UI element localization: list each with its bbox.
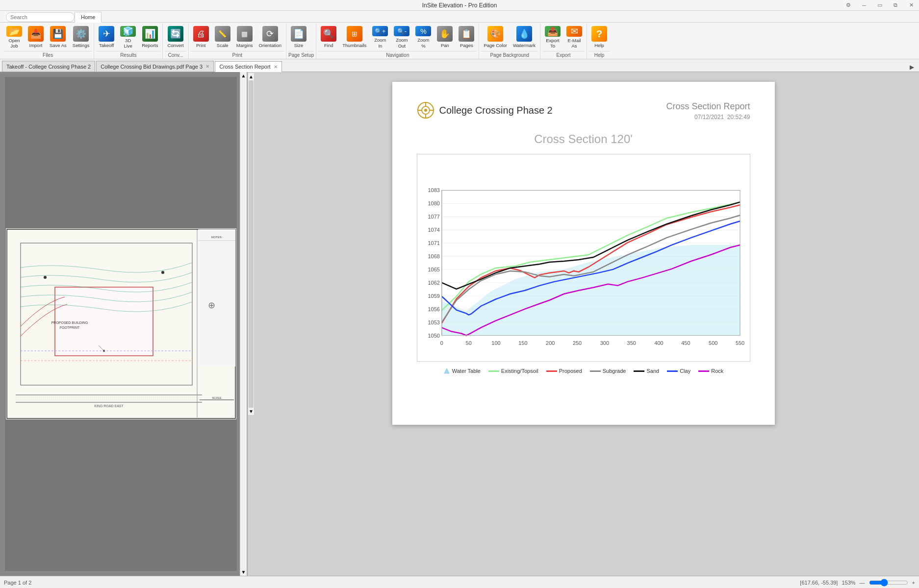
tab-pdf[interactable]: College Crossing Bid Drawings.pdf Page 3… <box>96 61 214 72</box>
scale-button[interactable]: 📏 Scale <box>212 24 233 50</box>
search-input[interactable] <box>6 12 75 22</box>
ribbon-group-results: ✈ Takeoff 🧊 3DLive 📊 Reports Results <box>94 24 163 59</box>
legend-clay: Clay <box>667 368 690 374</box>
left-panel-scrollbar[interactable]: ▲ ▼ <box>240 72 247 576</box>
tab-pdf-label: College Crossing Bid Drawings.pdf Page 3 <box>101 64 203 70</box>
export-to-button[interactable]: 📤 ExportTo <box>542 24 563 50</box>
settings-btn[interactable]: ⚙ <box>841 0 856 11</box>
scroll-down-btn[interactable]: ▼ <box>241 569 246 575</box>
save-as-button[interactable]: 💾 Save As <box>47 24 69 50</box>
zoom-in-button[interactable]: 🔍+ ZoomIn <box>370 24 390 50</box>
existing-label: Existing/Topsoil <box>501 368 538 374</box>
chart-container: 1050 1053 1056 1059 1062 1065 1068 1071 … <box>417 154 750 362</box>
import-icon: 📥 <box>28 26 44 42</box>
subgrade-line <box>590 370 601 372</box>
zoom-out-button[interactable]: 🔍- ZoomOut <box>391 24 412 50</box>
svg-text:300: 300 <box>600 340 609 346</box>
title-bar: InSite Elevation - Pro Edition ⚙ ─ ▭ ⧉ ✕ <box>0 0 919 11</box>
ribbon-group-files: 📂 OpenJob 📥 Import 💾 Save As ⚙️ Settings… <box>2 24 94 59</box>
clay-line <box>667 370 678 372</box>
tab-report-close[interactable]: ✕ <box>274 64 278 70</box>
help-button[interactable]: ? Help <box>589 24 610 50</box>
doc-tabs-bar: Takeoff - College Crossing Phase 2 Colle… <box>0 59 919 72</box>
takeoff-icon: ✈ <box>99 26 114 42</box>
email-as-button[interactable]: ✉ E-MailAs <box>564 24 585 50</box>
chart-legend: Water Table Existing/Topsoil Proposed Su… <box>417 368 750 374</box>
orientation-button[interactable]: ⟳ Orientation <box>256 24 284 50</box>
right-scroll-up[interactable]: ▲ <box>249 74 254 79</box>
legend-water-table: Water Table <box>443 368 481 374</box>
settings-button[interactable]: ⚙️ Settings <box>70 24 92 50</box>
convert-label: Convert <box>167 43 183 48</box>
conv-buttons: 🔄 Convert <box>165 24 186 51</box>
find-icon: 🔍 <box>321 26 336 42</box>
right-scroll-down[interactable]: ▼ <box>249 409 254 414</box>
export-to-label: ExportTo <box>546 38 559 49</box>
pan-button[interactable]: ✋ Pan <box>434 24 455 50</box>
open-job-icon: 📂 <box>6 26 22 37</box>
minimize-btn[interactable]: ─ <box>856 0 872 11</box>
scale-label: Scale <box>217 43 229 48</box>
page-setup-group-label: Page Setup <box>288 51 314 59</box>
tab-scroll-right[interactable]: ▶ <box>907 63 917 72</box>
zoom-slider[interactable] <box>869 579 908 587</box>
watermark-button[interactable]: 💧 Watermark <box>511 24 538 50</box>
reports-icon: 📊 <box>142 26 158 42</box>
svg-marker-72 <box>444 368 449 373</box>
svg-text:1074: 1074 <box>428 227 439 233</box>
tab-pdf-close[interactable]: ✕ <box>205 64 209 69</box>
section-title: Cross Section 120' <box>417 132 750 146</box>
search-box <box>6 12 75 22</box>
svg-text:200: 200 <box>546 340 555 346</box>
legend-sand: Sand <box>634 368 659 374</box>
svg-text:1080: 1080 <box>428 200 439 206</box>
svg-text:400: 400 <box>654 340 663 346</box>
zoom-pct-button[interactable]: % Zoom% <box>413 24 434 50</box>
svg-point-7 <box>44 276 47 279</box>
help-icon: ? <box>591 26 607 42</box>
pages-button[interactable]: 📋 Pages <box>456 24 477 50</box>
restore-btn[interactable]: ⧉ <box>888 0 903 11</box>
svg-text:350: 350 <box>627 340 636 346</box>
zoom-out-label: ZoomOut <box>396 37 408 49</box>
pan-cursor-icon: ⊕ <box>205 299 217 311</box>
report-title: Cross Section Report <box>666 101 750 112</box>
drawing-content: PROPOSED BUILDING FOOTPRINT N SCALE NOTE… <box>5 77 237 571</box>
svg-text:250: 250 <box>572 340 581 346</box>
sand-line <box>634 370 644 372</box>
watermark-icon: 💧 <box>516 26 532 42</box>
cross-section-chart: 1050 1053 1056 1059 1062 1065 1068 1071 … <box>417 154 750 360</box>
tab-report[interactable]: Cross Section Report ✕ <box>215 61 282 72</box>
right-panel-left-scrollbar[interactable]: ▲ ▼ <box>248 73 255 416</box>
tab-home[interactable]: Home <box>75 12 102 23</box>
tab-takeoff-label: Takeoff - College Crossing Phase 2 <box>6 64 91 70</box>
files-buttons: 📂 OpenJob 📥 Import 💾 Save As ⚙️ Settings <box>4 24 92 51</box>
zoom-plus[interactable]: + <box>912 580 915 586</box>
maximize-btn[interactable]: ▭ <box>872 0 888 11</box>
thumbnails-button[interactable]: ⊞ Thumbnails <box>340 24 369 50</box>
clay-label: Clay <box>680 368 690 374</box>
tab-takeoff[interactable]: Takeoff - College Crossing Phase 2 <box>2 61 95 72</box>
import-button[interactable]: 📥 Import <box>26 24 46 50</box>
print-group-label: Print <box>191 51 284 59</box>
close-btn[interactable]: ✕ <box>903 0 919 11</box>
page-color-button[interactable]: 🎨 Page Color <box>481 24 510 50</box>
print-button[interactable]: 🖨 Print <box>191 24 211 50</box>
svg-text:50: 50 <box>465 340 471 346</box>
3d-live-button[interactable]: 🧊 3DLive <box>118 24 138 50</box>
convert-button[interactable]: 🔄 Convert <box>165 24 186 50</box>
pan-icon: ✋ <box>437 26 453 42</box>
find-button[interactable]: 🔍 Find <box>318 24 339 50</box>
proposed-label: Proposed <box>559 368 582 374</box>
company-logo <box>417 101 434 119</box>
reports-button[interactable]: 📊 Reports <box>139 24 160 50</box>
pan-label: Pan <box>441 43 449 48</box>
svg-text:1050: 1050 <box>428 333 439 339</box>
margins-button[interactable]: ▦ Margins <box>234 24 255 50</box>
takeoff-button[interactable]: ✈ Takeoff <box>96 24 117 50</box>
zoom-in-label: ZoomIn <box>374 37 386 49</box>
size-button[interactable]: 📄 Size <box>288 24 309 50</box>
open-job-button[interactable]: 📂 OpenJob <box>4 24 25 50</box>
export-buttons: 📤 ExportTo ✉ E-MailAs <box>542 24 585 51</box>
scroll-up-btn[interactable]: ▲ <box>241 73 246 78</box>
